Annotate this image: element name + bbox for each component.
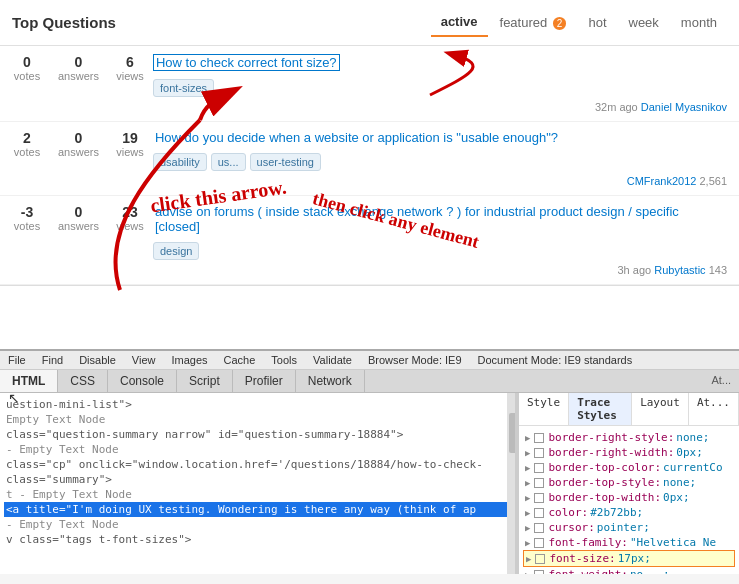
devtools-right-tabs: Style Trace Styles Layout At... (519, 393, 739, 426)
q-title-2[interactable]: How do you decide when a website or appl… (153, 130, 560, 145)
html-line-1: uestion-mini-list"> (4, 397, 511, 412)
q-tags-3: design (153, 242, 727, 260)
menu-images[interactable]: Images (167, 353, 211, 367)
q-tags-2: usability us... user-testing (153, 153, 727, 171)
devtools-tab-console[interactable]: Console (108, 370, 177, 392)
style-row-border-right-width: ▶ border-right-width: 0px; (523, 445, 735, 460)
votes-3: -3 votes (12, 204, 42, 232)
menu-find[interactable]: Find (38, 353, 67, 367)
devtools-panel: File Find Disable View Images Cache Tool… (0, 349, 739, 584)
style-row-border-top-color: ▶ border-top-color: currentCo (523, 460, 735, 475)
q-meta-3: 3h ago Rubytastic 143 (153, 264, 727, 276)
answers-1: 0 answers (58, 54, 99, 82)
menu-disable[interactable]: Disable (75, 353, 120, 367)
tq-header: Top Questions active featured 2 hot week… (0, 0, 739, 46)
q-meta-1: 32m ago Daniel Myasnikov (153, 101, 727, 113)
q-stats-1: 0 votes 0 answers 6 views (12, 54, 145, 82)
stat-group-3: -3 votes 0 answers 23 views (12, 204, 145, 232)
tab-trace-styles[interactable]: Trace Styles (569, 393, 632, 425)
q-title-3[interactable]: advise on forums ( inside stack exchange… (153, 204, 727, 234)
q-stats-2: 2 votes 0 answers 19 views (12, 130, 145, 158)
answers-2: 0 answers (58, 130, 99, 158)
q-content-1: How to check correct font size? font-siz… (153, 54, 727, 113)
questions-list: 0 votes 0 answers 6 views How to check c… (0, 46, 739, 285)
q-user-2[interactable]: CMFrank2012 (627, 175, 697, 187)
tag-us[interactable]: us... (211, 153, 246, 171)
question-item-3: -3 votes 0 answers 23 views advise on fo… (0, 196, 739, 285)
devtools-tab-at[interactable]: At... (703, 370, 739, 392)
tab-style[interactable]: Style (519, 393, 569, 425)
tab-month[interactable]: month (671, 9, 727, 36)
html-line-2: Empty Text Node (4, 412, 511, 427)
devtools-body: uestion-mini-list"> Empty Text Node clas… (0, 393, 739, 574)
votes-2: 2 votes (12, 130, 42, 158)
tab-hot[interactable]: hot (578, 9, 616, 36)
scroll-thumb[interactable] (509, 413, 515, 453)
menu-view[interactable]: View (128, 353, 160, 367)
stat-group-2: 2 votes 0 answers 19 views (12, 130, 145, 158)
q-user-1[interactable]: Daniel Myasnikov (641, 101, 727, 113)
menu-file[interactable]: File (4, 353, 30, 367)
tab-at[interactable]: At... (689, 393, 739, 425)
devtools-html-tree: uestion-mini-list"> Empty Text Node clas… (0, 393, 515, 574)
q-title-1[interactable]: How to check correct font size? (153, 54, 340, 71)
html-line-4: - Empty Text Node (4, 442, 511, 457)
menu-validate[interactable]: Validate (309, 353, 356, 367)
views-2: 19 views (115, 130, 145, 158)
devtools-tab-html[interactable]: HTML (0, 370, 58, 392)
style-row-cursor: ▶ cursor: pointer; (523, 520, 735, 535)
devtools-styles-panel: Style Trace Styles Layout At... ▶ border… (519, 393, 739, 574)
style-row-font-family: ▶ font-family: "Helvetica Ne (523, 535, 735, 550)
style-row-color: ▶ color: #2b72bb; (523, 505, 735, 520)
tab-featured[interactable]: featured 2 (490, 9, 577, 36)
menu-cache[interactable]: Cache (220, 353, 260, 367)
top-questions-section: Top Questions active featured 2 hot week… (0, 0, 739, 286)
html-line-6: class="summary"> (4, 472, 511, 487)
q-tags-1: font-sizes (153, 79, 727, 97)
menu-tools[interactable]: Tools (267, 353, 301, 367)
page-title: Top Questions (12, 14, 116, 31)
answers-3: 0 answers (58, 204, 99, 232)
tag-user-testing[interactable]: user-testing (250, 153, 321, 171)
devtools-tab-profiler[interactable]: Profiler (233, 370, 296, 392)
views-3: 23 views (115, 204, 145, 232)
style-row-border-top-width: ▶ border-top-width: 0px; (523, 490, 735, 505)
tab-week[interactable]: week (619, 9, 669, 36)
html-line-7: t - Empty Text Node (4, 487, 511, 502)
html-line-10: v class="tags t-font-sizes"> (4, 532, 511, 547)
menu-browser-mode[interactable]: Browser Mode: IE9 (364, 353, 466, 367)
question-item-2: 2 votes 0 answers 19 views How do you de… (0, 122, 739, 196)
menu-document-mode[interactable]: Document Mode: IE9 standards (474, 353, 637, 367)
question-item-1: 0 votes 0 answers 6 views How to check c… (0, 46, 739, 122)
html-line-3: class="question-summary narrow" id="ques… (4, 427, 511, 442)
stat-group-1: 0 votes 0 answers 6 views (12, 54, 145, 82)
devtools-tab-css[interactable]: CSS (58, 370, 108, 392)
styles-content: ▶ border-right-style: none; ▶ border-rig… (519, 426, 739, 574)
tq-tabs: active featured 2 hot week month (431, 8, 727, 37)
scrollbar-v[interactable] (507, 393, 515, 574)
devtools-tab-network[interactable]: Network (296, 370, 365, 392)
q-user-3[interactable]: Rubytastic (654, 264, 705, 276)
featured-badge: 2 (553, 17, 567, 30)
html-line-9: - Empty Text Node (4, 517, 511, 532)
tag-usability[interactable]: usability (153, 153, 207, 171)
q-meta-2: CMFrank2012 2,561 (153, 175, 727, 187)
html-line-5: class="cp" onclick="window.location.href… (4, 457, 511, 472)
devtools-menubar: File Find Disable View Images Cache Tool… (0, 351, 739, 370)
q-content-3: advise on forums ( inside stack exchange… (153, 204, 727, 276)
q-stats-3: -3 votes 0 answers 23 views (12, 204, 145, 232)
devtools-tabs: HTML CSS Console Script Profiler Network… (0, 370, 739, 393)
tag-font-sizes[interactable]: font-sizes (153, 79, 214, 97)
style-row-font-size: ▶ font-size: 17px; (523, 550, 735, 567)
style-row-border-right-style: ▶ border-right-style: none; (523, 430, 735, 445)
devtools-tab-script[interactable]: Script (177, 370, 233, 392)
q-content-2: How do you decide when a website or appl… (153, 130, 727, 187)
views-1: 6 views (115, 54, 145, 82)
tab-active[interactable]: active (431, 8, 488, 37)
style-row-font-weight: ▶ font-weight: no...; (523, 567, 735, 574)
votes-1: 0 votes (12, 54, 42, 82)
tag-design[interactable]: design (153, 242, 199, 260)
tab-layout[interactable]: Layout (632, 393, 689, 425)
style-row-border-top-style: ▶ border-top-style: none; (523, 475, 735, 490)
html-line-8: <a title="I'm doing UX testing. Wonderin… (4, 502, 511, 517)
